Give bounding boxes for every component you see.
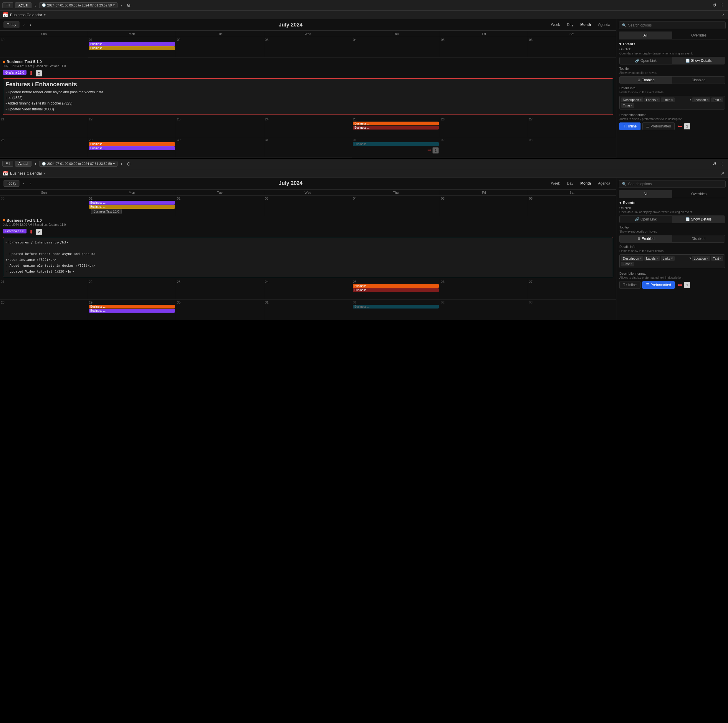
cal-cell-03[interactable]: 03 [264,37,352,58]
cal-cell-29-b[interactable]: 29 Business ... Business ... [88,300,176,320]
event-chip[interactable]: Business ... [89,146,175,150]
event-chip-b[interactable]: Business ... [89,201,175,205]
events-section-header[interactable]: ▾ Events [616,40,728,47]
event-chip[interactable]: Business ... [353,142,439,146]
view-day-button[interactable]: Day [564,22,575,28]
tab-overrides-b[interactable]: Overrides [672,190,726,198]
show-details-button[interactable]: 📄 Show Details [672,57,725,64]
tag-x[interactable]: × [656,98,658,102]
cal-next-button[interactable]: › [28,22,32,28]
cal-cell-06[interactable]: 06 [528,37,616,58]
cal-cell-03-next-b[interactable]: 03 [528,300,616,320]
time-range-picker-b[interactable]: 🕐 2024-07-01 00:00:00 to 2024-07-31 23:5… [39,161,118,167]
tab-all[interactable]: All [619,32,672,39]
event-chip[interactable]: Business ... [89,46,175,50]
cal-cell-05[interactable]: 05 [440,37,528,58]
tab-overrides[interactable]: Overrides [672,32,726,39]
cal-cell-30[interactable]: 30 [176,137,264,158]
cal-prev-button[interactable]: ‹ [22,22,26,28]
event-chip-b[interactable]: Business ... [89,309,175,313]
undo-button[interactable]: ↺ [711,2,717,9]
time-prev-button-b[interactable]: ‹ [33,161,38,167]
cal-cell-24[interactable]: 24 [264,116,352,137]
event-chip[interactable]: Business ... [353,126,439,130]
event-chip-b[interactable]: Business ... [89,305,175,309]
cal-cell-01-b[interactable]: 01 Business ... Business ... Business Te… [88,196,176,216]
tag-location-b[interactable]: Location × [692,256,710,261]
tag-x[interactable]: × [640,98,642,102]
cal-cell-29[interactable]: 29 Business ... Business ... [88,137,176,158]
preformatted-button-b[interactable]: ☰ Preformatted [642,281,675,289]
cal-cell-31[interactable]: 31 [264,137,352,158]
view-agenda-button-b[interactable]: Agenda [596,180,613,186]
fill-button[interactable]: Fill [2,2,13,8]
view-day-button-b[interactable]: Day [564,180,575,186]
tag-x-b[interactable]: × [720,257,722,260]
cal-prev-button-b[interactable]: ‹ [22,180,26,186]
cal-cell-26-b[interactable]: 26 [440,279,528,300]
fill-button-b[interactable]: Fill [2,161,13,167]
search-bar[interactable]: 🔍 [619,21,726,29]
cal-cell-30-prev[interactable]: 30 [0,37,88,58]
time-range-picker[interactable]: 🕐 2024-07-01 00:00:00 to 2024-07-31 23:5… [39,2,118,8]
view-week-button[interactable]: Week [549,22,562,28]
event-chip-b[interactable]: Business ... [353,284,439,288]
cal-cell-25-b[interactable]: 25 Business ... Business ... [352,279,440,300]
cal-cell-31-b[interactable]: 31 [264,300,352,320]
cal-cell-27[interactable]: 27 [528,116,616,137]
search-input[interactable] [628,23,722,28]
inline-button-b[interactable]: T↕ Inline [619,281,641,289]
cal-cell-30-b[interactable]: 30 [176,300,264,320]
view-month-button-b[interactable]: Month [578,180,593,186]
tag-labels[interactable]: Labels × [644,98,660,102]
tag-location[interactable]: Location × [692,98,710,102]
cal-cell-22-b[interactable]: 22 [88,279,176,300]
today-button[interactable]: Today [3,21,20,28]
event-chip[interactable]: Business ... [353,122,439,125]
tooltip-disabled-button-b[interactable]: Disabled [672,235,725,242]
panel-expand-button[interactable]: ↗ [720,12,726,18]
cal-cell-28-b[interactable]: 28 [0,300,88,320]
tag-x-b[interactable]: × [631,262,633,266]
event-chip-b[interactable]: Business ... [353,288,439,292]
more-button-b[interactable]: ⋮ [719,160,726,167]
tag-links-b[interactable]: Links × [661,256,675,261]
cal-cell-23[interactable]: 23 [176,116,264,137]
tag-text[interactable]: Text × [711,98,723,102]
panel-title-chevron-b[interactable]: ▾ [44,171,46,176]
cal-cell-03-next[interactable]: 03 [528,137,616,158]
tag-x-b[interactable]: × [707,257,708,260]
today-button-b[interactable]: Today [3,180,20,186]
preformatted-button[interactable]: ☰ Preformatted [642,122,675,130]
view-month-button[interactable]: Month [578,22,593,28]
event-chip-b[interactable]: Business ... [353,305,439,309]
events-section-header-b[interactable]: ▾ Events [616,198,728,206]
cal-cell-02-next[interactable]: 02 [440,137,528,158]
tag-x[interactable]: × [631,104,633,107]
open-link-button-b[interactable]: 🔗 Open Link [619,216,672,223]
cal-cell-02-next-b[interactable]: 02 [440,300,528,320]
tag-time[interactable]: Time × [621,103,634,108]
tag-x-b[interactable]: × [671,257,673,260]
search-bar-b[interactable]: 🔍 [619,180,726,188]
cal-cell-05-b[interactable]: 05 [440,196,528,216]
tooltip-enabled-button[interactable]: 🖥 Enabled [619,76,672,84]
panel-title-chevron[interactable]: ▾ [44,13,46,17]
cal-cell-28[interactable]: 28 [0,137,88,158]
search-input-b[interactable] [628,182,722,186]
tag-x[interactable]: × [671,98,673,102]
cal-cell-23-b[interactable]: 23 [176,279,264,300]
cal-cell-04-b[interactable]: 04 [352,196,440,216]
tag-time-b[interactable]: Time × [621,262,634,266]
time-next-button[interactable]: › [119,2,124,8]
zoom-out-button-b[interactable]: ⊖ [125,160,132,167]
cal-cell-27-b[interactable]: 27 [528,279,616,300]
time-next-button-b[interactable]: › [119,161,124,167]
tag-text-b[interactable]: Text × [711,256,723,261]
cal-cell-25[interactable]: 25 Business ... Business ... [352,116,440,137]
cal-cell-06-b[interactable]: 06 [528,196,616,216]
show-details-button-b[interactable]: 📄 Show Details [672,216,725,223]
cal-cell-03-b[interactable]: 03 [264,196,352,216]
actual-button-b[interactable]: Actual [15,161,31,167]
tag-x[interactable]: × [720,98,722,102]
